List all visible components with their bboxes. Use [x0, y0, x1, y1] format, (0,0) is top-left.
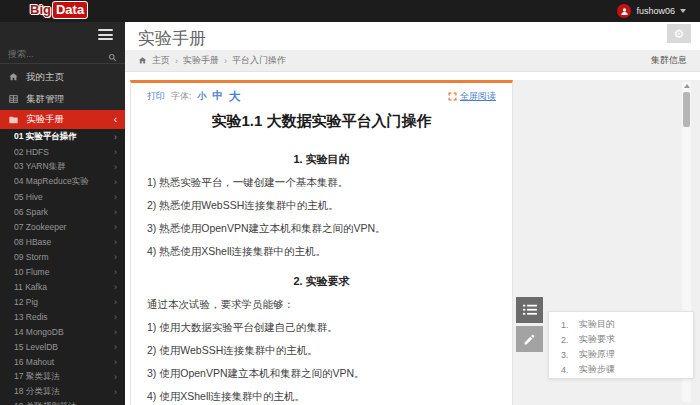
toc-item[interactable]: 1.实验目的: [549, 317, 693, 332]
chevron-right-icon: ›: [114, 147, 117, 157]
chevron-right-icon: ›: [114, 312, 117, 322]
submenu-item[interactable]: 06 Spark›: [0, 204, 125, 219]
topbar: BigData fushow06: [0, 0, 700, 22]
submenu-label: 03 YARN集群: [14, 161, 66, 173]
fullscreen-label: 全屏阅读: [460, 90, 496, 103]
toc-button[interactable]: [516, 297, 543, 323]
breadcrumb-item[interactable]: 实验手册: [183, 54, 219, 67]
submenu-item[interactable]: 03 YARN集群›: [0, 159, 125, 174]
toc-item[interactable]: 3.实验原理: [549, 347, 693, 362]
home-icon[interactable]: [138, 56, 147, 65]
submenu-item[interactable]: 08 HBase›: [0, 234, 125, 249]
sidebar-item-label: 实验手册: [26, 113, 64, 126]
font-medium-button[interactable]: 中: [213, 89, 224, 103]
paragraph: 4) 熟悉使用XShell连接集群中的主机。: [147, 245, 496, 258]
submenu-item[interactable]: 14 MongoDB›: [0, 324, 125, 339]
document-panel: 打印 字体: 小 中 大 全屏阅读 实验1.1 大数据实验平台入门操作 1. 实…: [130, 80, 513, 405]
submenu-item[interactable]: 18 分类算法›: [0, 384, 125, 399]
submenu-item[interactable]: 19 关联规则算法›: [0, 399, 125, 405]
chevron-right-icon: ›: [114, 222, 117, 232]
toc-label: 实验要求: [579, 333, 615, 346]
toc-item[interactable]: 4.实验步骤: [549, 362, 693, 377]
submenu-label: 16 Mahout: [14, 357, 54, 367]
submenu-item[interactable]: 13 Redis›: [0, 309, 125, 324]
fullscreen-button[interactable]: 全屏阅读: [448, 90, 496, 103]
bigdata-logo[interactable]: BigData: [30, 2, 88, 17]
submenu-item[interactable]: 17 聚类算法›: [0, 369, 125, 384]
print-button[interactable]: 打印: [147, 90, 165, 103]
font-small-button[interactable]: 小: [198, 90, 207, 103]
chevron-right-icon: ›: [114, 237, 117, 247]
user-avatar-icon: [617, 4, 631, 18]
submenu-item[interactable]: 09 Storm›: [0, 249, 125, 264]
breadcrumb: 主页 › 实验手册 › 平台入门操作 集群信息: [125, 50, 700, 72]
sidebar: 我的主页 集群管理 实验手册 ‹ 01 实验平台操作› 02 HDFS› 03 …: [0, 22, 125, 405]
submenu-item[interactable]: 11 Kafka›: [0, 279, 125, 294]
toc-popup: 1.实验目的 2.实验要求 3.实验原理 4.实验步骤: [548, 311, 694, 379]
submenu-item[interactable]: 05 Hive›: [0, 189, 125, 204]
document-section: 1. 实验目的 1) 熟悉实验平台，一键创建一个基本集群。 2) 熟悉使用Web…: [147, 152, 496, 258]
sidebar-item-home[interactable]: 我的主页: [0, 66, 125, 88]
scroll-up-icon[interactable]: [684, 84, 690, 88]
settings-button[interactable]: ⚙: [667, 24, 691, 43]
cluster-info-button[interactable]: 集群信息: [651, 54, 687, 67]
scrollbar-thumb[interactable]: [683, 92, 690, 127]
font-large-button[interactable]: 大: [229, 89, 241, 104]
submenu-item[interactable]: 02 HDFS›: [0, 144, 125, 159]
chevron-right-icon: ›: [114, 327, 117, 337]
search-input[interactable]: [8, 46, 98, 62]
submenu-item[interactable]: 15 LevelDB›: [0, 339, 125, 354]
toc-label: 实验原理: [579, 348, 615, 361]
chevron-right-icon: ›: [114, 342, 117, 352]
toc-number: 4.: [561, 365, 579, 375]
submenu-label: 11 Kafka: [14, 282, 47, 292]
submenu-label: 15 LevelDB: [14, 342, 58, 352]
paragraph: 4) 使用XShell连接集群中的主机。: [147, 390, 496, 403]
submenu-label: 17 聚类算法: [14, 371, 60, 383]
submenu-item[interactable]: 16 Mahout›: [0, 354, 125, 369]
sidebar-search: [0, 44, 125, 64]
logo-text-data: Data: [52, 1, 88, 19]
chevron-right-icon: ›: [114, 252, 117, 262]
sidebar-menu: 我的主页 集群管理 实验手册 ‹: [0, 66, 125, 129]
toc-item[interactable]: 2.实验要求: [549, 332, 693, 347]
content-area: 打印 字体: 小 中 大 全屏阅读 实验1.1 大数据实验平台入门操作 1. 实…: [125, 72, 700, 405]
folder-icon: [8, 115, 19, 125]
submenu-item[interactable]: 01 实验平台操作›: [0, 129, 125, 144]
breadcrumb-separator: ›: [175, 56, 178, 66]
sidebar-toggle-icon[interactable]: [98, 29, 113, 40]
submenu-label: 05 Hive: [14, 192, 43, 202]
chevron-right-icon: ›: [114, 357, 117, 367]
sidebar-item-manual[interactable]: 实验手册 ‹: [0, 110, 125, 129]
submenu-item[interactable]: 12 Pig›: [0, 294, 125, 309]
paragraph: 1) 熟悉实验平台，一键创建一个基本集群。: [147, 176, 496, 189]
paragraph: 通过本次试验，要求学员能够：: [147, 298, 496, 311]
sidebar-item-label: 集群管理: [26, 93, 64, 106]
sidebar-submenu: 01 实验平台操作› 02 HDFS› 03 YARN集群› 04 MapRed…: [0, 129, 125, 405]
paragraph: 2) 熟悉使用WebSSH连接集群中的主机。: [147, 199, 496, 212]
submenu-label: 10 Flume: [14, 267, 49, 277]
main-area: 实验手册 ⚙ 主页 › 实验手册 › 平台入门操作 集群信息 打印 字体: 小 …: [125, 22, 700, 405]
submenu-label: 02 HDFS: [14, 147, 49, 157]
breadcrumb-separator: ›: [224, 56, 227, 66]
chevron-right-icon: ›: [114, 402, 117, 405]
font-size-label: 字体:: [171, 90, 192, 103]
document-title: 实验1.1 大数据实验平台入门操作: [147, 112, 496, 130]
page-title: 实验手册: [138, 27, 206, 50]
user-menu[interactable]: fushow06: [617, 0, 686, 22]
toc-number: 1.: [561, 320, 579, 330]
breadcrumb-item[interactable]: 主页: [152, 54, 170, 67]
chevron-right-icon: ›: [114, 267, 117, 277]
toc-label: 实验目的: [579, 318, 615, 331]
section-heading: 1. 实验目的: [147, 152, 496, 166]
chevron-right-icon: ›: [114, 192, 117, 202]
submenu-label: 14 MongoDB: [14, 327, 64, 337]
submenu-label: 13 Redis: [14, 312, 48, 322]
edit-button[interactable]: [516, 326, 543, 352]
sidebar-item-cluster[interactable]: 集群管理: [0, 88, 125, 110]
paragraph: 1) 使用大数据实验平台创建自己的集群。: [147, 321, 496, 334]
submenu-item[interactable]: 07 Zookeeper›: [0, 219, 125, 234]
search-icon[interactable]: [108, 48, 117, 66]
submenu-item[interactable]: 10 Flume›: [0, 264, 125, 279]
submenu-item[interactable]: 04 MapReduce实验›: [0, 174, 125, 189]
